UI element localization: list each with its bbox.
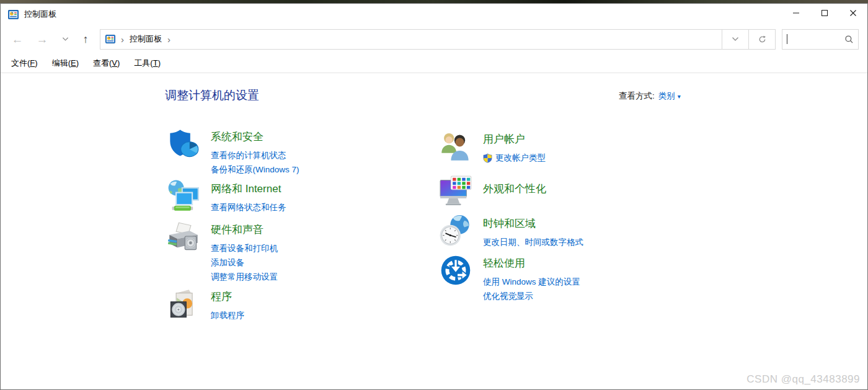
view-by-label: 查看方式: [619,91,655,102]
search-box[interactable] [782,29,859,50]
maximize-button[interactable] [810,4,839,22]
menu-file[interactable]: 文件(F) [7,58,42,69]
close-icon [849,9,857,17]
breadcrumb-location[interactable]: 控制面板 [130,33,162,45]
dropdown-caret-icon: ▾ [678,93,681,100]
task-link[interactable]: 查看设备和打印机 [211,241,278,255]
minimize-icon [792,9,800,17]
category-clock-region: 时钟和区域 更改日期、时间或数字格式 [440,215,725,249]
two-users-icon[interactable] [440,130,472,162]
category-title-ease-of-access[interactable]: 轻松使用 [483,256,525,270]
task-link[interactable]: 使用 Windows 建议的设置 [483,275,580,289]
back-button[interactable]: ← [9,33,25,45]
category-ease-of-access: 轻松使用 使用 Windows 建议的设置 优化视觉显示 [440,254,725,303]
category-appearance-personalization: 外观和个性化 [440,175,725,208]
navigation-bar: ← → ↑ › 控制面板 › [1,25,867,53]
control-panel-breadcrumb-icon [105,34,115,44]
maximize-icon [821,9,828,17]
category-network-internet: 网络和 Internet 查看网络状态和任务 [167,180,453,215]
breadcrumb-chevron-icon[interactable]: › [121,34,124,45]
page-title: 调整计算机的设置 [165,87,259,104]
globe-monitors-icon[interactable] [167,180,200,212]
refresh-button[interactable] [748,29,776,50]
menu-edit[interactable]: 编辑(E) [48,58,83,69]
task-link[interactable]: 查看你的计算机状态 [211,148,299,162]
search-input[interactable] [787,35,844,44]
control-panel-app-icon [8,9,19,20]
task-link[interactable]: 更改日期、时间或数字格式 [483,235,583,249]
category-title-clock-region[interactable]: 时钟和区域 [483,216,536,231]
software-box-cd-icon[interactable] [167,288,200,320]
view-by-control: 查看方式: 类别 ▾ [619,91,681,102]
csdn-watermark: CSDN @qq_43483899 [746,373,860,386]
recent-locations-button[interactable] [59,37,71,42]
category-title-network-internet[interactable]: 网络和 Internet [211,182,281,196]
task-link[interactable]: 卸载程序 [211,308,244,322]
search-icon[interactable] [844,35,854,44]
category-title-system-security[interactable]: 系统和安全 [211,130,264,144]
menu-bar: 文件(F) 编辑(E) 查看(V) 工具(T) [1,53,867,73]
task-link[interactable]: 查看网络状态和任务 [211,200,286,215]
window-controls [782,4,867,22]
chevron-down-icon [732,37,739,42]
task-link[interactable]: 优化视觉显示 [483,289,580,303]
task-link[interactable]: 添加设备 [211,255,278,270]
category-user-accounts: 用户帐户 更改帐户类型 [440,130,725,165]
task-link[interactable]: 更改帐户类型 [483,151,546,165]
chevron-down-icon [62,37,69,42]
view-by-dropdown[interactable]: 类别 ▾ [658,91,681,102]
menu-tools[interactable]: 工具(T) [130,58,165,69]
title-bar[interactable]: 控制面板 [1,4,867,25]
category-programs: 程序 卸载程序 [167,288,453,322]
forward-button[interactable]: → [34,33,50,45]
window-title: 控制面板 [24,9,56,20]
printer-speaker-icon[interactable] [167,221,200,253]
category-title-programs[interactable]: 程序 [211,290,232,304]
category-system-security: 系统和安全 查看你的计算机状态 备份和还原(Windows 7) [167,128,453,177]
monitor-palette-icon[interactable] [440,175,472,208]
category-title-appearance[interactable]: 外观和个性化 [483,182,546,196]
category-title-hardware-sound[interactable]: 硬件和声音 [211,223,264,237]
minimize-button[interactable] [782,4,810,22]
ease-of-access-icon[interactable] [440,254,472,286]
uac-shield-icon [483,153,492,163]
refresh-icon [758,35,766,43]
up-button[interactable]: ↑ [78,33,94,45]
category-hardware-sound: 硬件和声音 查看设备和打印机 添加设备 调整常用移动设置 [167,221,453,284]
shield-pie-icon[interactable] [167,128,200,160]
category-title-user-accounts[interactable]: 用户帐户 [483,132,525,146]
menu-view[interactable]: 查看(V) [89,58,124,69]
control-panel-window: 控制面板 ← → ↑ › 控制面板 › 文 [0,3,868,390]
address-bar[interactable]: › 控制面板 › [100,29,722,50]
task-link[interactable]: 调整常用移动设置 [211,270,278,284]
content-area: 调整计算机的设置 查看方式: 类别 ▾ 系统和安全 查看你的计算机状态 备份和还… [1,73,867,389]
clock-globe-icon[interactable] [440,215,472,247]
breadcrumb-chevron-icon[interactable]: › [167,34,170,45]
task-link[interactable]: 备份和还原(Windows 7) [211,162,299,177]
close-button[interactable] [839,4,867,22]
address-dropdown-button[interactable] [722,29,749,50]
